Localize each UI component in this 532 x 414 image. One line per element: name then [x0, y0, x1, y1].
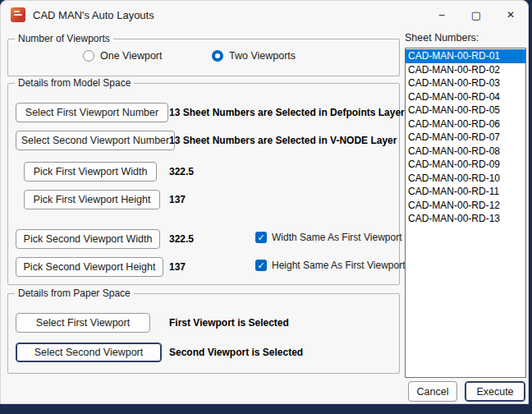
list-item[interactable]: CAD-MAN-00-RD-08: [406, 145, 525, 159]
width-same-checkbox[interactable]: ✓ Width Same As First Viewport: [255, 232, 402, 243]
second-number-status: 13 Sheet Numbers are Selected in V-NODE …: [169, 135, 397, 146]
pick-first-viewport-width-button[interactable]: Pick First Viewport Width: [24, 162, 157, 182]
window-controls: – ▢ ✕: [424, 1, 528, 29]
width-same-checkbox-label: Width Same As First Viewport: [272, 232, 402, 243]
minimize-button[interactable]: –: [424, 1, 459, 29]
select-second-viewport-button[interactable]: Select Second Viewport: [16, 343, 162, 362]
execute-button[interactable]: Execute: [465, 381, 525, 402]
close-button[interactable]: ✕: [493, 1, 528, 29]
list-item[interactable]: CAD-MAN-00-RD-04: [406, 90, 525, 104]
radio-circle-two: [212, 50, 223, 62]
app-logo-icon: [11, 7, 25, 22]
first-height-value: 137: [169, 194, 186, 205]
first-viewport-status: First Viewport is Selected: [169, 317, 289, 329]
list-item[interactable]: CAD-MAN-00-RD-01: [406, 49, 525, 63]
sheet-numbers-listbox[interactable]: CAD-MAN-00-RD-01 CAD-MAN-00-RD-02 CAD-MA…: [405, 48, 526, 378]
pick-second-viewport-height-button[interactable]: Pick Second Viewport Height: [16, 257, 163, 277]
group-label-model-space: Details from Model Space: [15, 77, 134, 89]
list-item[interactable]: CAD-MAN-00-RD-03: [406, 76, 525, 90]
checkbox-check-icon: ✓: [255, 260, 267, 271]
window-title: CAD MAN's Auto Layouts: [33, 9, 154, 21]
select-first-viewport-button[interactable]: Select First Viewport: [16, 313, 150, 333]
checkbox-check-icon: ✓: [255, 232, 267, 243]
auto-layouts-dialog: CAD MAN's Auto Layouts – ▢ ✕ Number of V…: [0, 0, 529, 404]
second-viewport-status: Second Viewport is Selected: [169, 347, 303, 358]
group-label-viewports: Number of Viewports: [15, 33, 113, 44]
radio-circle-one: [83, 50, 94, 62]
cancel-button[interactable]: Cancel: [408, 381, 457, 402]
pick-first-viewport-height-button[interactable]: Pick First Viewport Height: [24, 190, 160, 209]
pick-second-viewport-width-button[interactable]: Pick Second Viewport Width: [16, 229, 160, 249]
height-same-checkbox[interactable]: ✓ Height Same As First Viewport: [255, 260, 406, 271]
list-item[interactable]: CAD-MAN-00-RD-12: [406, 199, 525, 213]
list-item[interactable]: CAD-MAN-00-RD-05: [406, 104, 525, 117]
group-number-of-viewports: Number of Viewports: [7, 39, 400, 76]
list-item[interactable]: CAD-MAN-00-RD-11: [406, 185, 525, 199]
radio-label-one: One Viewport: [100, 50, 163, 62]
first-width-value: 322.5: [169, 166, 194, 177]
second-width-value: 322.5: [169, 233, 194, 245]
radio-two-viewports[interactable]: Two Viewports: [212, 50, 296, 62]
first-number-status: 13 Sheet Numbers are Selected in Defpoin…: [169, 107, 405, 118]
list-item[interactable]: CAD-MAN-00-RD-09: [406, 158, 525, 172]
list-item[interactable]: CAD-MAN-00-RD-06: [406, 117, 525, 131]
second-height-value: 137: [169, 261, 186, 273]
radio-label-two: Two Viewports: [229, 50, 296, 62]
height-same-checkbox-label: Height Same As First Viewport: [272, 260, 406, 271]
list-item[interactable]: CAD-MAN-00-RD-02: [406, 63, 525, 77]
list-item[interactable]: CAD-MAN-00-RD-07: [406, 131, 525, 145]
list-item[interactable]: CAD-MAN-00-RD-10: [406, 172, 525, 186]
select-second-viewport-number-button[interactable]: Select Second Viewport Number: [16, 131, 175, 150]
list-item[interactable]: CAD-MAN-00-RD-13: [406, 212, 525, 226]
select-first-viewport-number-button[interactable]: Select First Viewport Number: [16, 103, 168, 122]
maximize-button[interactable]: ▢: [459, 1, 493, 29]
title-bar[interactable]: CAD MAN's Auto Layouts – ▢ ✕: [1, 1, 528, 29]
group-label-paper-space: Details from Paper Space: [15, 288, 134, 299]
sheet-numbers-label: Sheet Numbers:: [405, 32, 479, 44]
radio-one-viewport[interactable]: One Viewport: [83, 50, 163, 62]
